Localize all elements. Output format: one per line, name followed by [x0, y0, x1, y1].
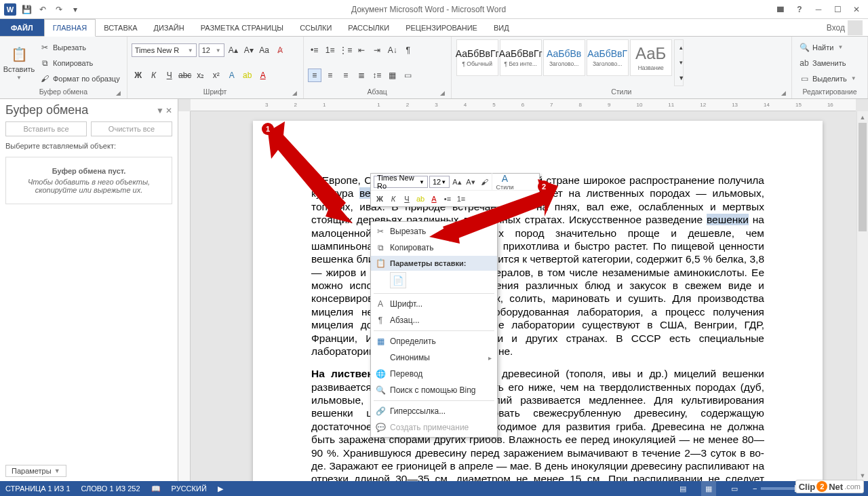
- borders-icon[interactable]: ▭: [401, 69, 415, 82]
- status-page[interactable]: СТРАНИЦА 1 ИЗ 1: [5, 484, 71, 493]
- clear-all-button[interactable]: Очистить все: [91, 121, 172, 136]
- mini-italic-icon[interactable]: К: [387, 193, 399, 205]
- underline-icon[interactable]: Ч: [163, 69, 176, 82]
- numbering-icon[interactable]: 1≡: [323, 43, 337, 57]
- subscript-icon[interactable]: x₂: [194, 69, 208, 82]
- style-heading1[interactable]: АаБбВвЗаголово...: [543, 39, 585, 76]
- view-read-icon[interactable]: ▤: [675, 481, 690, 496]
- ctx-define[interactable]: ▦Определить: [371, 333, 497, 349]
- font-name-combo[interactable]: Times New R▼: [132, 43, 197, 57]
- line-spacing-icon[interactable]: ↕≡: [370, 69, 384, 82]
- ctx-bing[interactable]: 🔍Поиск с помощью Bing: [371, 382, 497, 398]
- mini-underline-icon[interactable]: Ч: [401, 193, 413, 205]
- word-app-icon[interactable]: W: [4, 3, 16, 16]
- styles-launcher-icon[interactable]: ◢: [779, 89, 787, 97]
- styles-more-icon[interactable]: ▼: [675, 72, 688, 84]
- status-words[interactable]: СЛОВО 1 ИЗ 252: [81, 484, 140, 493]
- status-macro-icon[interactable]: ▶: [218, 484, 223, 493]
- ribbon-display-icon[interactable]: ⯀: [772, 3, 789, 16]
- redo-icon[interactable]: ↷: [53, 3, 65, 16]
- sign-in-link[interactable]: Вход: [821, 19, 868, 36]
- vertical-scrollbar[interactable]: ▲ ▼: [856, 111, 868, 481]
- tab-mailings[interactable]: РАССЫЛКИ: [340, 19, 397, 36]
- clear-formatting-icon[interactable]: A̷: [273, 43, 287, 57]
- change-case-icon[interactable]: Aa: [258, 43, 271, 57]
- pane-options-button[interactable]: Параметры ▼: [5, 465, 66, 477]
- horizontal-ruler[interactable]: 3211234567891011121314151617: [191, 99, 856, 111]
- find-button[interactable]: 🔍Найти▼: [796, 41, 863, 54]
- status-language[interactable]: РУССКИЙ: [172, 484, 207, 493]
- minimize-icon[interactable]: ─: [810, 3, 827, 16]
- close-icon[interactable]: ✕: [848, 3, 865, 16]
- zoom-out-icon[interactable]: −: [753, 484, 757, 493]
- tab-pagelayout[interactable]: РАЗМЕТКА СТРАНИЦЫ: [193, 19, 292, 36]
- ctx-synonyms[interactable]: Синонимы▸: [371, 349, 497, 366]
- grow-font-icon[interactable]: A▴: [226, 43, 240, 57]
- mini-highlight-icon[interactable]: ab: [414, 193, 427, 205]
- align-left-icon[interactable]: ≡: [308, 69, 321, 82]
- tab-design[interactable]: ДИЗАЙН: [145, 19, 192, 36]
- highlight-icon[interactable]: ab: [241, 69, 254, 82]
- align-center-icon[interactable]: ≡: [323, 69, 337, 82]
- ctx-translate[interactable]: 🌐Перевод: [371, 366, 497, 382]
- ctx-paragraph[interactable]: ¶Абзац...: [371, 312, 497, 328]
- increase-indent-icon[interactable]: ⇥: [370, 43, 384, 57]
- undo-icon[interactable]: ↶: [37, 3, 49, 16]
- bullets-icon[interactable]: •≡: [308, 43, 321, 57]
- scroll-thumb[interactable]: [859, 123, 867, 231]
- pane-options-icon[interactable]: ▼: [156, 106, 164, 115]
- status-proofing-icon[interactable]: 📖: [151, 484, 161, 493]
- tab-view[interactable]: ВИД: [486, 19, 517, 36]
- decrease-indent-icon[interactable]: ⇤: [355, 43, 368, 57]
- text-effects-icon[interactable]: A: [225, 69, 239, 82]
- styles-up-icon[interactable]: ▴: [675, 41, 688, 54]
- shrink-font-icon[interactable]: A▾: [242, 43, 256, 57]
- ctx-font[interactable]: AШрифт...: [371, 296, 497, 312]
- show-marks-icon[interactable]: ¶: [401, 43, 415, 57]
- superscript-icon[interactable]: x²: [210, 69, 223, 82]
- justify-icon[interactable]: ≣: [355, 69, 368, 82]
- paste-all-button[interactable]: Вставить все: [5, 121, 87, 136]
- tab-insert[interactable]: ВСТАВКА: [96, 19, 145, 36]
- italic-icon[interactable]: К: [147, 69, 161, 82]
- mini-bold-icon[interactable]: Ж: [374, 193, 386, 205]
- style-normal[interactable]: АаБбВвГг¶ Обычный: [456, 39, 498, 76]
- replace-button[interactable]: abЗаменить: [796, 56, 863, 70]
- save-icon[interactable]: 💾: [20, 3, 33, 16]
- ctx-comment[interactable]: 💬Создать примечание: [371, 419, 497, 436]
- tab-review[interactable]: РЕЦЕНЗИРОВАНИЕ: [397, 19, 486, 36]
- styles-down-icon[interactable]: ▾: [675, 56, 688, 69]
- tab-references[interactable]: ССЫЛКИ: [292, 19, 340, 36]
- tab-home[interactable]: ГЛАВНАЯ: [44, 19, 96, 37]
- mini-font-combo[interactable]: Times New Ro▼: [374, 176, 428, 188]
- align-right-icon[interactable]: ≡: [339, 69, 353, 82]
- paste-keep-source-icon[interactable]: 📄: [390, 272, 406, 288]
- qat-customize-icon[interactable]: ▾: [69, 3, 81, 16]
- scroll-up-icon[interactable]: ▲: [857, 111, 868, 123]
- clipboard-launcher-icon[interactable]: ◢: [115, 89, 123, 97]
- help-icon[interactable]: ?: [791, 3, 808, 16]
- maximize-icon[interactable]: ☐: [829, 3, 846, 16]
- format-painter-button[interactable]: 🖌Формат по образцу: [37, 72, 123, 85]
- paste-button[interactable]: 📋 Вставить ▼: [4, 39, 34, 86]
- style-title[interactable]: АаБНазвание: [630, 39, 672, 76]
- cut-button[interactable]: ✂Вырезать: [37, 41, 123, 54]
- font-color-icon[interactable]: A: [256, 69, 270, 82]
- sort-icon[interactable]: A↓: [386, 43, 399, 57]
- view-web-icon[interactable]: ▭: [727, 481, 742, 496]
- pane-close-icon[interactable]: ✕: [165, 106, 172, 115]
- bold-icon[interactable]: Ж: [132, 69, 145, 82]
- ctx-hyperlink[interactable]: 🔗Гиперссылка...: [371, 403, 497, 419]
- shading-icon[interactable]: ▦: [386, 69, 399, 82]
- select-button[interactable]: ▭Выделить▼: [796, 72, 863, 85]
- font-size-combo[interactable]: 12▼: [199, 43, 224, 57]
- tab-file[interactable]: ФАЙЛ: [0, 19, 44, 36]
- strikethrough-icon[interactable]: abc: [178, 69, 192, 82]
- paragraph-launcher-icon[interactable]: ◢: [439, 89, 447, 97]
- multilevel-icon[interactable]: ⋮≡: [339, 43, 353, 57]
- view-print-icon[interactable]: ▦: [701, 481, 716, 496]
- font-launcher-icon[interactable]: ◢: [291, 89, 299, 97]
- vertical-ruler[interactable]: [178, 111, 191, 481]
- style-nospacing[interactable]: АаБбВвГг¶ Без инте...: [500, 39, 542, 76]
- copy-button[interactable]: ⧉Копировать: [37, 56, 123, 70]
